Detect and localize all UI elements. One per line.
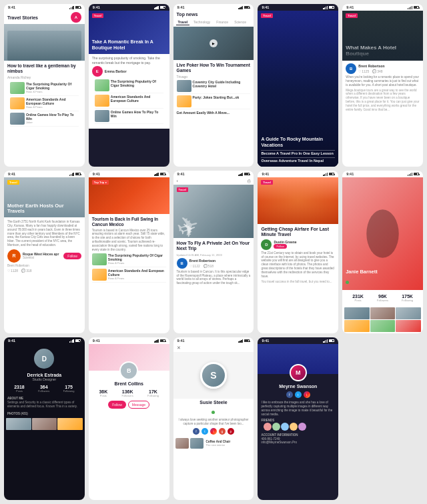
- status-icons-7: [154, 173, 165, 176]
- social-tw-14[interactable]: t: [295, 391, 302, 398]
- content-7: Tourism Is Back In Full Swing In Cancun …: [89, 214, 169, 333]
- status-icons-12: [154, 339, 165, 343]
- status-icons-11: [69, 339, 81, 343]
- author-name-5: Brent Robertson: [358, 64, 384, 68]
- account-section-14: ACCOUNT INFORMATION 406-861-7249 info@Me…: [258, 432, 338, 445]
- tabs-row-3: Travel Technology Finance Science: [173, 18, 254, 27]
- content-1: How to travel like a gentleman by nimbus…: [4, 61, 85, 167]
- list-1: The Surprising Popularity Of Cigar Smoki…: [7, 81, 81, 129]
- updated-8: Updated 11:05 AM, February 11, 2019: [177, 253, 251, 257]
- status-bar-6: 9:41: [4, 171, 85, 177]
- profile-header-11: D Derrick Estrada Studio Designer: [4, 344, 85, 383]
- card-meyrne: 9:41 M Meyrne Swanson f t i I like to em…: [258, 337, 338, 500]
- status-bar-12: 9:41: [89, 337, 169, 344]
- list-item-2-1: American Standards And European Culture: [95, 95, 163, 109]
- text-3-0: Coventry City Guide Including Coventry H…: [193, 80, 251, 92]
- social-tw-13[interactable]: t: [201, 428, 208, 435]
- tab-tech[interactable]: Technology: [191, 19, 212, 25]
- close-icon-13[interactable]: ✕: [177, 345, 181, 351]
- time-6: 9:41: [8, 172, 15, 176]
- text-2-0: The Surprising Popularity Of Cigar Smoki…: [111, 79, 163, 91]
- card-mountain: 9:41 Travel A Guide To Rocky Mountain Va…: [258, 4, 338, 167]
- social-g-13[interactable]: g: [219, 428, 226, 435]
- cmeta-1-0: Hoax & Fears: [26, 90, 79, 93]
- status-icons-4: [323, 6, 334, 9]
- status-icons-14: [323, 339, 334, 343]
- name-13: Susie Steele: [177, 400, 251, 405]
- desc-7: Tourism is based in Cancun Mexico over 2…: [92, 229, 166, 252]
- ctitle-2-1: American Standards And European Culture: [111, 95, 163, 103]
- desc-5: When you're looking for a romantic place…: [346, 75, 420, 87]
- header-1: Travel Stories A: [4, 11, 85, 24]
- text-2-2: Online Games How To Play To Win: [111, 110, 163, 122]
- friends-section-14: FRIENDS: [258, 417, 338, 432]
- status-bar-3: 9:41: [173, 4, 254, 11]
- follow-btn-12[interactable]: Follow: [108, 401, 125, 409]
- card-cheap-airfare: 9:41 Travel Getting Cheap Airfare For La…: [258, 171, 338, 333]
- social-ig-13[interactable]: i: [210, 428, 217, 435]
- stat-following-10: 175K Following: [402, 294, 413, 302]
- card-janie: 9:41 Janie Barnett 231K Posts 96K Follow…: [342, 171, 423, 333]
- time-2: 9:41: [93, 5, 100, 9]
- tab-travel[interactable]: Travel: [176, 19, 189, 25]
- ctitle-1-0: The Surprising Popularity Of Cigar Smoki…: [26, 82, 79, 90]
- author-info-8: Brent Robertson ♡ 1122 💬 518: [189, 259, 216, 268]
- tab-science[interactable]: Science: [232, 19, 248, 25]
- card-derrick: 9:41 D Derrick Estrada Studio Designer 2…: [4, 337, 85, 500]
- profile-overlay-10: Janie Barnett: [342, 177, 423, 290]
- photo-1: [344, 307, 370, 319]
- status-bar-5: 9:41: [342, 4, 423, 11]
- photos-label-11: PHOTOS (431): [4, 411, 85, 417]
- desc-14: I like to embrace the images and she has…: [261, 401, 335, 416]
- bottom-title-3: Get Amount Easily With A Move...: [177, 111, 251, 115]
- friend-5: [298, 423, 306, 431]
- status-bar-8: 9:41: [173, 171, 254, 177]
- avatar-9: D: [261, 239, 272, 250]
- back-icon-8[interactable]: ‹: [177, 179, 178, 183]
- verified-13: [211, 411, 215, 414]
- status-bar-14: 9:41: [258, 337, 338, 344]
- name-11: Derrick Estrada: [27, 373, 62, 377]
- status-icons-8: [238, 173, 250, 176]
- social-ig-14[interactable]: i: [304, 391, 310, 398]
- ctitle-1-1: American Standards And European Culture: [26, 97, 79, 105]
- profile-info-10: Janie Barnett: [346, 269, 378, 287]
- tab-finance[interactable]: Finance: [214, 19, 230, 25]
- desc-2: The surprising popularity of smoking. Ta…: [92, 56, 166, 65]
- stat-likes-6: ♡ 1128: [7, 269, 18, 273]
- thumb-7-0: [92, 253, 107, 265]
- photo-11-3: [57, 418, 83, 430]
- photo-11-1: [6, 418, 31, 430]
- social-p-13[interactable]: p: [228, 428, 234, 435]
- avatar-6: R: [7, 249, 21, 263]
- share-icon-8[interactable]: ⎙: [248, 179, 250, 183]
- message-btn-12[interactable]: Message: [128, 401, 149, 409]
- follow-btn-9[interactable]: Follow: [274, 244, 287, 249]
- author-row-8: B Brent Robertson ♡ 1122 💬 518: [177, 258, 251, 269]
- social-fb-14[interactable]: f: [286, 391, 293, 398]
- thumb-3-0: [177, 80, 191, 92]
- photo-11-2: [32, 418, 57, 430]
- time-13: 9:41: [177, 339, 185, 343]
- list-item-7-0: The Surprising Popularity Of Cigar Smoki…: [92, 253, 166, 267]
- follow-btn-6[interactable]: Follow: [63, 253, 81, 259]
- status-icons-1: [69, 6, 81, 9]
- social-fb-13[interactable]: f: [193, 428, 199, 435]
- card-pink-story: 9:41 Travel Take A Romantic Break In A B…: [89, 4, 169, 167]
- main-title-4: A Guide To Rocky Mountain Vacations: [261, 137, 335, 148]
- content-5: B Brent Robertson ♡ 1125 💬 348 When you'…: [342, 61, 423, 167]
- author-name-8: Brent Robertson: [189, 259, 216, 263]
- stat-followers-11: 364 Followers: [38, 385, 49, 393]
- meyrne-name-14: Meyrne Swanson: [260, 384, 336, 389]
- sub-article-1: Overseas Adventure Travel In Nepal: [261, 157, 335, 163]
- status-icons-10: [408, 173, 419, 176]
- hero-9: Travel: [258, 177, 338, 224]
- play-btn-3[interactable]: ▶: [209, 39, 218, 47]
- photo-6: [396, 320, 421, 332]
- list-2: The Surprising Popularity Of Cigar Smoki…: [92, 78, 166, 127]
- meyrne-avatar-wrap-14: M: [258, 364, 338, 381]
- cmeta-7-1: Hoax & Fears: [108, 277, 166, 280]
- stats-11: 2318 Posts 364 Followers 175 Following: [4, 385, 85, 393]
- time-10: 9:41: [346, 172, 354, 176]
- time-4: 9:41: [262, 5, 269, 9]
